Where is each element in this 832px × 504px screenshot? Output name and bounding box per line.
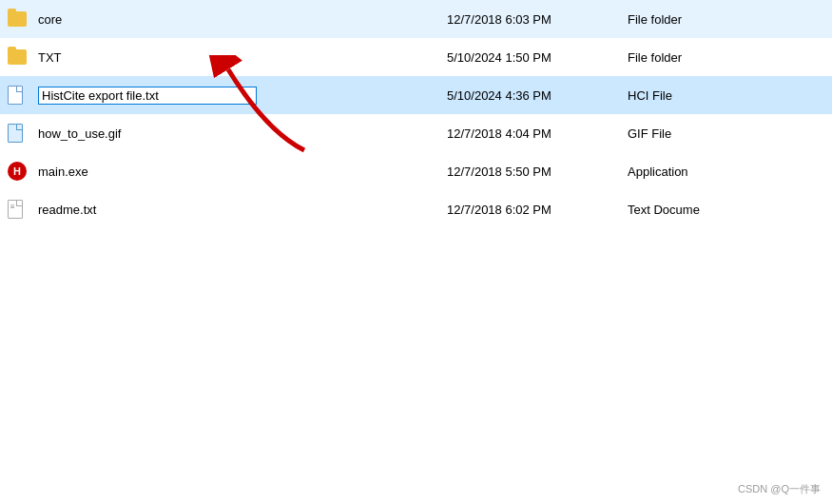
txt-file-icon [8, 200, 34, 219]
rename-input[interactable] [38, 87, 257, 105]
file-type-label: File folder [628, 50, 824, 65]
file-type-label: Application [628, 165, 824, 179]
file-date-label: 5/10/2024 4:36 PM [447, 88, 628, 103]
file-name-label: readme.txt [38, 203, 447, 217]
file-date-label: 12/7/2018 6:02 PM [447, 203, 628, 217]
file-date-label: 12/7/2018 5:50 PM [447, 165, 628, 179]
table-row[interactable]: how_to_use.gif 12/7/2018 4:04 PM GIF Fil… [0, 114, 832, 152]
folder-icon [8, 49, 34, 65]
table-row[interactable]: core 12/7/2018 6:03 PM File folder [0, 0, 832, 38]
table-row-renaming[interactable]: 5/10/2024 4:36 PM HCI File [0, 76, 832, 114]
table-row[interactable]: H main.exe 12/7/2018 5:50 PM Application [0, 152, 832, 190]
file-type-label: HCI File [628, 88, 824, 103]
folder-icon [8, 11, 34, 27]
file-type-label: File folder [628, 12, 824, 27]
watermark-label: CSDN @Q一件事 [738, 482, 821, 496]
file-type-label: Text Docume [628, 203, 824, 217]
table-row[interactable]: readme.txt 12/7/2018 6:02 PM Text Docume [0, 190, 832, 228]
file-name-label: main.exe [38, 165, 447, 179]
table-row[interactable]: TXT 5/10/2024 1:50 PM File folder [0, 38, 832, 76]
file-list: core 12/7/2018 6:03 PM File folder TXT 5… [0, 0, 832, 228]
file-name-label: how_to_use.gif [38, 126, 447, 141]
file-type-label: GIF File [628, 126, 824, 141]
file-name-label: TXT [38, 50, 447, 65]
file-date-label: 12/7/2018 6:03 PM [447, 12, 628, 27]
file-name-label: core [38, 12, 447, 27]
file-date-label: 5/10/2024 1:50 PM [447, 50, 628, 65]
file-date-label: 12/7/2018 4:04 PM [447, 126, 628, 141]
rename-field-container [38, 87, 447, 105]
hci-file-icon [8, 86, 34, 105]
gif-file-icon [8, 124, 34, 143]
exe-file-icon: H [8, 162, 34, 181]
